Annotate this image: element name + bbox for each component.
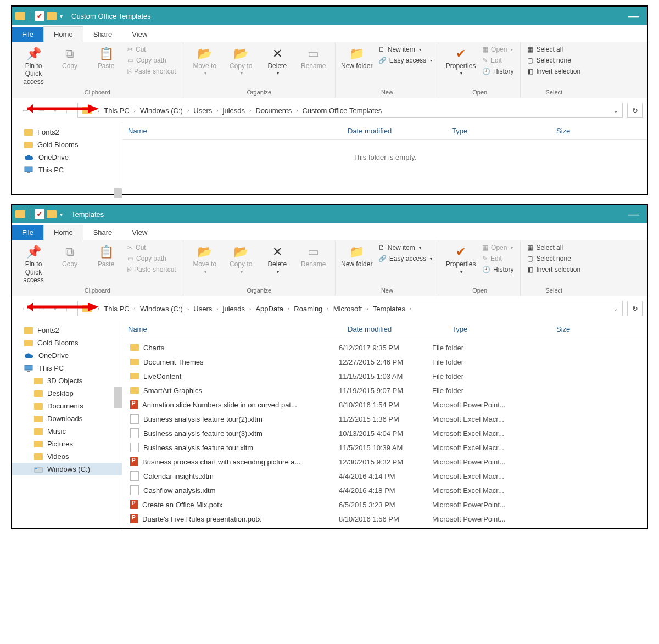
- new-item-button[interactable]: 🗋 New item ▾: [376, 44, 434, 54]
- chevron-right-icon[interactable]: ›: [185, 306, 191, 312]
- breadcrumb-segment[interactable]: This PC: [103, 107, 130, 115]
- navigation-pane[interactable]: Fonts2Gold BloomsOneDriveThis PC: [12, 122, 122, 194]
- invert-selection-button[interactable]: ◧ Invert selection: [525, 66, 583, 76]
- breadcrumb-segment[interactable]: Documents: [254, 107, 293, 115]
- properties-button[interactable]: ✔Properties▾: [444, 243, 478, 277]
- navigation-pane[interactable]: Fonts2Gold BloomsOneDriveThis PC3D Objec…: [12, 321, 122, 528]
- addr-dropdown-icon[interactable]: ⌄: [613, 306, 618, 312]
- file-list[interactable]: Name Date modified Type Size This folder…: [122, 122, 647, 194]
- col-size[interactable]: Size: [551, 321, 647, 338]
- file-row[interactable]: Business analysis feature tour(2).xltm 1…: [122, 412, 647, 426]
- recent-dropdown-icon[interactable]: ▾: [54, 108, 57, 114]
- pin-quick-access-button[interactable]: 📌Pin to Quick access: [16, 44, 51, 88]
- history-button[interactable]: 🕘 History: [480, 66, 516, 76]
- nav-item[interactable]: Documents: [12, 400, 122, 412]
- chevron-right-icon[interactable]: ›: [185, 108, 191, 114]
- col-name[interactable]: Name: [122, 321, 342, 338]
- file-row[interactable]: LiveContent 11/15/2015 1:03 AM File fold…: [122, 369, 647, 383]
- new-folder-button[interactable]: 📁New folder: [340, 44, 374, 72]
- file-row[interactable]: Business analysis feature tour.xltm 11/5…: [122, 440, 647, 455]
- nav-item[interactable]: Desktop: [12, 387, 122, 400]
- copy-to-button[interactable]: 📂Copy to▾: [224, 243, 258, 277]
- file-row[interactable]: Document Themes 12/27/2015 2:46 PM File …: [122, 355, 647, 369]
- qat-dropdown-icon[interactable]: ▾: [60, 211, 63, 217]
- folder-icon[interactable]: [15, 210, 25, 218]
- back-button[interactable]: ←: [21, 105, 30, 115]
- file-row[interactable]: Create an Office Mix.potx 6/5/2015 3:23 …: [122, 497, 647, 512]
- paste-shortcut-button[interactable]: ⎘ Paste shortcut: [125, 66, 178, 76]
- folder-icon[interactable]: [47, 12, 57, 20]
- forward-button[interactable]: →: [37, 304, 46, 313]
- breadcrumb-segment[interactable]: Templates: [372, 305, 406, 313]
- nav-item[interactable]: 3D Objects: [12, 374, 122, 387]
- titlebar[interactable]: ✔ ▾ Templates —: [12, 205, 647, 223]
- nav-item[interactable]: Music: [12, 425, 122, 438]
- copy-path-button[interactable]: ▭ Copy path: [125, 55, 178, 65]
- properties-qat-icon[interactable]: ✔: [35, 11, 44, 21]
- file-row[interactable]: SmartArt Graphics 11/19/2015 9:07 PM Fil…: [122, 383, 647, 397]
- tab-home[interactable]: Home: [43, 225, 83, 240]
- folder-icon[interactable]: [47, 210, 57, 218]
- col-size[interactable]: Size: [551, 122, 647, 139]
- col-name[interactable]: Name: [122, 122, 342, 139]
- up-button[interactable]: ↑: [64, 304, 69, 313]
- chevron-right-icon[interactable]: ›: [247, 108, 253, 114]
- nav-item[interactable]: This PC: [12, 362, 122, 374]
- minimize-icon[interactable]: —: [624, 10, 644, 23]
- col-date[interactable]: Date modified: [342, 122, 446, 139]
- breadcrumb-segment[interactable]: julesds: [222, 107, 246, 115]
- titlebar[interactable]: ✔ ▾ Custom Office Templates —: [12, 7, 647, 25]
- file-row[interactable]: Cashflow analysis.xltm 4/4/2016 4:18 PM …: [122, 483, 647, 497]
- chevron-right-icon[interactable]: ›: [96, 306, 102, 312]
- tab-home[interactable]: Home: [43, 26, 83, 42]
- breadcrumb-segment[interactable]: Custom Office Templates: [301, 107, 383, 115]
- tab-file[interactable]: File: [12, 27, 43, 42]
- chevron-right-icon[interactable]: ›: [132, 108, 138, 114]
- minimize-icon[interactable]: —: [624, 208, 644, 221]
- file-row[interactable]: Business process chart with ascending pi…: [122, 455, 647, 469]
- forward-button[interactable]: →: [37, 105, 46, 115]
- nav-item[interactable]: Fonts2: [12, 126, 122, 138]
- edit-button[interactable]: ✎ Edit: [480, 55, 516, 65]
- new-folder-button[interactable]: 📁New folder: [340, 243, 374, 270]
- easy-access-button[interactable]: 🔗 Easy access ▾: [376, 55, 434, 65]
- copy-button[interactable]: ⧉Copy: [53, 243, 87, 270]
- tab-view[interactable]: View: [122, 27, 157, 42]
- select-none-button[interactable]: ▢ Select none: [525, 55, 583, 65]
- refresh-button[interactable]: ↻: [627, 103, 643, 118]
- col-date[interactable]: Date modified: [342, 321, 446, 338]
- move-to-button[interactable]: 📂Move to▾: [188, 243, 222, 277]
- rename-button[interactable]: ▭Rename: [297, 44, 331, 72]
- chevron-right-icon[interactable]: ›: [214, 108, 220, 114]
- nav-item[interactable]: Downloads: [12, 412, 122, 425]
- file-list[interactable]: Name Date modified Type Size Charts 6/12…: [122, 321, 647, 528]
- folder-icon[interactable]: [15, 12, 25, 20]
- back-button[interactable]: ←: [21, 304, 30, 313]
- breadcrumb-segment[interactable]: AppData: [254, 305, 284, 313]
- invert-selection-button[interactable]: ◧ Invert selection: [525, 265, 583, 275]
- pin-quick-access-button[interactable]: 📌Pin to Quick access: [16, 243, 51, 286]
- chevron-right-icon[interactable]: ›: [364, 306, 370, 312]
- paste-button[interactable]: 📋Paste: [89, 243, 123, 270]
- chevron-right-icon[interactable]: ›: [247, 306, 253, 312]
- tab-view[interactable]: View: [122, 225, 157, 240]
- breadcrumb-segment[interactable]: Users: [192, 305, 213, 313]
- chevron-right-icon[interactable]: ›: [214, 306, 220, 312]
- file-row[interactable]: Business analysis feature tour(3).xltm 1…: [122, 426, 647, 440]
- tab-share[interactable]: Share: [83, 27, 122, 42]
- select-all-button[interactable]: ▦ Select all: [525, 44, 583, 54]
- copy-button[interactable]: ⧉Copy: [53, 44, 87, 72]
- easy-access-button[interactable]: 🔗 Easy access ▾: [376, 254, 434, 264]
- open-button[interactable]: ▦ Open ▾: [480, 44, 516, 54]
- edit-button[interactable]: ✎ Edit: [480, 254, 516, 264]
- breadcrumb-segment[interactable]: Windows (C:): [139, 305, 184, 313]
- open-button[interactable]: ▦ Open ▾: [480, 243, 516, 253]
- chevron-right-icon[interactable]: ›: [286, 306, 292, 312]
- file-row[interactable]: Calendar insights.xltm 4/4/2016 4:14 PM …: [122, 469, 647, 483]
- address-bar[interactable]: ›This PC›Windows (C:)›Users›julesds›AppD…: [77, 301, 623, 316]
- up-button[interactable]: ↑: [64, 105, 69, 115]
- chevron-right-icon[interactable]: ›: [325, 306, 331, 312]
- paste-shortcut-button[interactable]: ⎘ Paste shortcut: [125, 265, 178, 275]
- file-row[interactable]: Animation slide Numbers slide in on curv…: [122, 397, 647, 412]
- col-type[interactable]: Type: [446, 321, 551, 338]
